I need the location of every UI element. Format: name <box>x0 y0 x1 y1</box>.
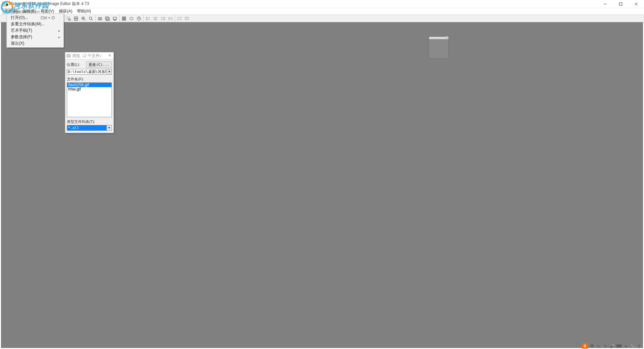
file-item[interactable]: hhw.gif <box>67 87 112 92</box>
menu-art-label: 艺术手稿(T) <box>11 28 32 33</box>
tool-distribute-icon <box>167 15 174 22</box>
dialog-close-button[interactable]: ✕ <box>107 53 112 58</box>
menu-multi-convert[interactable]: 多重文件转换(M)... <box>7 21 63 27</box>
svg-rect-21 <box>105 17 108 20</box>
dialog-title: 浏览（2 个文件） <box>72 53 104 59</box>
menu-exit-label: 退出(X) <box>11 41 24 46</box>
ime-keyboard-icon[interactable]: ⌨ <box>616 344 622 348</box>
svg-rect-23 <box>113 17 117 20</box>
ime-settings-icon[interactable]: ƒ <box>637 344 642 348</box>
typelist-label: 类型文件列表(T): <box>67 119 112 124</box>
file-menu-dropdown: 打开(O)... Ctrl + O 多重文件转换(M)... 艺术手稿(T) ▸… <box>6 14 64 48</box>
preview-panel[interactable]: × <box>429 36 449 59</box>
svg-rect-41 <box>171 18 172 20</box>
dialog-titlebar[interactable]: 浏览（2 个文件） ✕ <box>65 52 114 59</box>
svg-rect-3 <box>3 3 5 4</box>
system-tray: S 中 •, ☺ 🎤 ⌨ ♣ 🔧 ƒ <box>580 343 644 349</box>
sogou-ime-icon[interactable]: S <box>582 343 588 349</box>
menu-param-label: 参数选择(F) <box>11 34 32 40</box>
submenu-arrow-icon: ▸ <box>58 29 60 32</box>
menu-param-choice[interactable]: 参数选择(F) ▸ <box>7 34 63 40</box>
svg-rect-39 <box>162 18 164 20</box>
svg-rect-43 <box>185 17 189 20</box>
menu-open-label: 打开(O)... <box>11 15 28 21</box>
ime-punct-icon[interactable]: •, <box>596 344 601 348</box>
tool-zoom-fit-icon[interactable] <box>73 15 79 22</box>
svg-rect-45 <box>67 54 70 57</box>
path-input[interactable] <box>67 69 107 75</box>
tool-ellipse-icon[interactable] <box>128 15 135 22</box>
app-icon <box>2 2 7 6</box>
menu-multi-convert-label: 多重文件转换(M)... <box>11 21 45 27</box>
tool-zoom-reset-icon[interactable] <box>88 15 94 22</box>
svg-line-14 <box>84 19 85 21</box>
tool-capture-screen-icon[interactable] <box>112 15 118 22</box>
window-title: Microsoft HTML Help Image Editor 版本 4.73 <box>9 1 89 7</box>
ime-tool-icon[interactable]: 🔧 <box>630 344 635 348</box>
ime-mic-icon[interactable]: 🎤 <box>610 344 615 348</box>
tool-screen1-icon <box>176 15 183 22</box>
svg-point-30 <box>130 17 133 20</box>
svg-point-17 <box>89 17 92 20</box>
preview-titlebar[interactable]: × <box>429 37 448 39</box>
tool-align-right-icon <box>159 15 166 22</box>
tool-time-icon[interactable] <box>135 15 142 22</box>
svg-rect-40 <box>169 18 170 20</box>
tool-capture-icon[interactable] <box>97 15 103 22</box>
toolbar <box>0 15 644 22</box>
tool-zoom-plus-icon[interactable] <box>80 15 87 22</box>
tool-capture-window-icon[interactable] <box>104 15 111 22</box>
ime-lang-icon[interactable]: 中 <box>589 344 595 348</box>
location-label: 位置(L): <box>67 62 80 67</box>
tool-grid-icon[interactable] <box>121 15 127 22</box>
title-bar: Microsoft HTML Help Image Editor 版本 4.73 <box>0 0 644 8</box>
ime-skin-icon[interactable]: ♣ <box>623 344 628 348</box>
ime-emoji-icon[interactable]: ☺ <box>603 344 608 348</box>
dialog-icon <box>67 54 71 58</box>
svg-rect-42 <box>178 17 181 20</box>
svg-line-18 <box>92 19 93 21</box>
menu-open[interactable]: 打开(O)... Ctrl + O <box>7 15 63 21</box>
menu-exit[interactable]: 退出(X) <box>7 40 63 47</box>
close-button[interactable] <box>628 0 644 8</box>
tool-screen2-icon <box>183 15 190 22</box>
svg-rect-24 <box>114 20 116 20</box>
svg-rect-35 <box>147 18 149 20</box>
menu-bar: 文件(F) 编辑(E) 视图(V) 捕获(A) 帮助(H) <box>0 8 644 15</box>
submenu-arrow-icon: ▸ <box>58 35 60 39</box>
menu-help[interactable]: 帮助(H) <box>75 8 93 15</box>
type-dropdown-arrow-icon[interactable]: ▼ <box>107 125 112 131</box>
menu-art-manuscript[interactable]: 艺术手稿(T) ▸ <box>7 27 63 34</box>
svg-rect-22 <box>106 18 109 21</box>
type-filter-value[interactable]: *.all <box>67 125 107 131</box>
maximize-button[interactable] <box>613 0 628 8</box>
browse-dialog: 浏览（2 个文件） ✕ 位置(L): 更改(C)... ▼ 文件名(F): fl… <box>65 52 114 133</box>
path-dropdown-arrow-icon[interactable]: ▼ <box>107 69 112 75</box>
tool-align-center-icon <box>152 15 159 22</box>
menu-open-shortcut: Ctrl + O <box>41 16 55 20</box>
svg-rect-25 <box>122 17 126 20</box>
tool-zoom-select-icon[interactable] <box>65 15 72 22</box>
svg-point-9 <box>69 19 71 21</box>
tool-align-left-icon <box>145 15 151 22</box>
file-list[interactable]: flash256.gif hhw.gif <box>67 82 112 117</box>
filename-label: 文件名(F): <box>67 77 112 82</box>
svg-rect-5 <box>619 3 622 5</box>
minimize-button[interactable] <box>597 0 613 8</box>
svg-point-20 <box>99 18 101 19</box>
preview-close-icon[interactable]: × <box>446 36 448 39</box>
change-button[interactable]: 更改(C)... <box>86 61 112 68</box>
